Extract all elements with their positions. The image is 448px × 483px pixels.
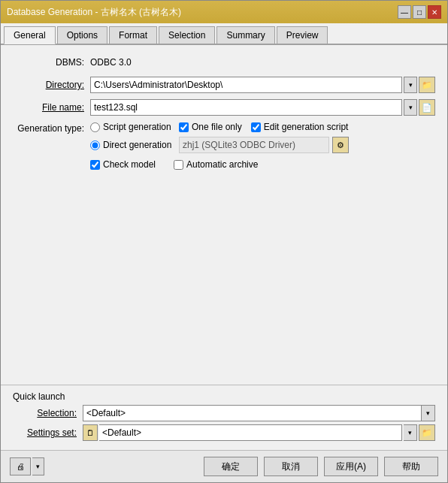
- settings-dropdown-btn[interactable]: ▾: [404, 424, 417, 441]
- filename-dropdown-btn[interactable]: ▾: [404, 99, 417, 116]
- direct-gen-label[interactable]: Direct generation: [90, 140, 173, 150]
- tab-options[interactable]: Options: [57, 26, 107, 44]
- filename-input-row: ▾ 📄: [90, 99, 435, 116]
- auto-archive-label[interactable]: Automatic archive: [174, 159, 258, 170]
- tab-selection[interactable]: Selection: [159, 26, 215, 44]
- filename-input[interactable]: [90, 99, 402, 116]
- window-title: Database Generation - 古树名木 (古树名木): [7, 6, 181, 19]
- gen-options: Script generation One file only Edit gen…: [90, 122, 349, 153]
- script-gen-radio[interactable]: [90, 122, 100, 132]
- print-button[interactable]: 🖨: [10, 457, 31, 475]
- title-bar: Database Generation - 古树名木 (古树名木) — □ ✕: [1, 1, 447, 23]
- window-controls: — □ ✕: [398, 5, 441, 19]
- direct-gen-row: Direct generation ⚙: [90, 137, 349, 153]
- directory-row: Directory: ▾ 📁: [13, 77, 435, 93]
- ok-button[interactable]: 确定: [204, 457, 258, 476]
- minimize-button[interactable]: —: [398, 5, 411, 19]
- selection-combo: ▾: [83, 405, 435, 421]
- settings-icon: 🗒: [83, 424, 98, 441]
- settings-input[interactable]: [99, 424, 402, 441]
- footer-right: 确定 取消 应用(A) 帮助: [204, 457, 438, 476]
- tab-preview[interactable]: Preview: [277, 26, 328, 44]
- filename-label[interactable]: File name:: [13, 102, 84, 113]
- directory-label[interactable]: Directory:: [13, 80, 84, 90]
- apply-button[interactable]: 应用(A): [324, 457, 378, 476]
- main-content: DBMS: ODBC 3.0 Directory: ▾ 📁 File name:…: [1, 45, 447, 385]
- tab-format[interactable]: Format: [109, 26, 157, 44]
- selection-dropdown-btn[interactable]: ▾: [422, 405, 435, 421]
- settings-label[interactable]: Settings set:: [13, 427, 77, 438]
- main-window: Database Generation - 古树名木 (古树名木) — □ ✕ …: [0, 0, 448, 483]
- direct-gen-radio[interactable]: [90, 140, 100, 150]
- tab-bar: General Options Format Selection Summary…: [1, 23, 447, 45]
- directory-folder-btn[interactable]: 📁: [419, 77, 435, 93]
- gentype-label: Generation type:: [13, 122, 84, 134]
- check-row: Check model Automatic archive: [90, 159, 435, 170]
- filename-folder-btn[interactable]: 📄: [419, 99, 435, 116]
- dbms-row: DBMS: ODBC 3.0: [13, 54, 435, 71]
- direct-gen-btn[interactable]: ⚙: [332, 137, 349, 153]
- script-check-options: One file only Edit generation script: [179, 122, 349, 132]
- auto-archive-checkbox[interactable]: [174, 160, 183, 170]
- dbms-label: DBMS:: [13, 57, 84, 68]
- one-file-checkbox[interactable]: [179, 122, 189, 132]
- direct-input-row: ⚙: [179, 137, 349, 153]
- directory-input[interactable]: [90, 77, 402, 93]
- script-gen-label[interactable]: Script generation: [90, 122, 173, 132]
- directory-input-row: ▾ 📁: [90, 77, 435, 93]
- print-dropdown-btn[interactable]: ▾: [32, 457, 44, 475]
- footer: 🖨 ▾ 确定 取消 应用(A) 帮助: [1, 450, 447, 482]
- help-button[interactable]: 帮助: [384, 457, 438, 476]
- close-button[interactable]: ✕: [428, 5, 441, 19]
- dbms-value: ODBC 3.0: [90, 57, 132, 68]
- selection-label[interactable]: Selection:: [13, 408, 77, 418]
- gentype-row: Generation type: Script generation One f…: [13, 122, 435, 153]
- script-gen-row: Script generation One file only Edit gen…: [90, 122, 349, 132]
- footer-left: 🖨 ▾: [10, 457, 44, 475]
- one-file-label[interactable]: One file only: [179, 122, 242, 132]
- filename-row: File name: ▾ 📄: [13, 99, 435, 116]
- check-model-checkbox[interactable]: [90, 160, 100, 170]
- edit-script-checkbox[interactable]: [251, 122, 261, 132]
- tab-summary[interactable]: Summary: [216, 26, 274, 44]
- settings-folder-btn[interactable]: 📁: [419, 424, 435, 441]
- selection-input[interactable]: [83, 405, 422, 421]
- cancel-button[interactable]: 取消: [264, 457, 318, 476]
- edit-script-label[interactable]: Edit generation script: [251, 122, 349, 132]
- check-model-label[interactable]: Check model: [90, 159, 156, 170]
- selection-row: Selection: ▾: [13, 405, 435, 421]
- direct-gen-input[interactable]: [179, 137, 329, 153]
- tab-general[interactable]: General: [4, 26, 56, 44]
- settings-row: Settings set: 🗒 ▾ 📁: [13, 424, 435, 441]
- maximize-button[interactable]: □: [413, 5, 426, 19]
- quick-launch-label: Quick launch: [13, 391, 435, 402]
- directory-dropdown-btn[interactable]: ▾: [404, 77, 417, 93]
- bottom-section: Quick launch Selection: ▾ Settings set: …: [1, 385, 447, 450]
- settings-combo: 🗒 ▾ 📁: [83, 424, 435, 441]
